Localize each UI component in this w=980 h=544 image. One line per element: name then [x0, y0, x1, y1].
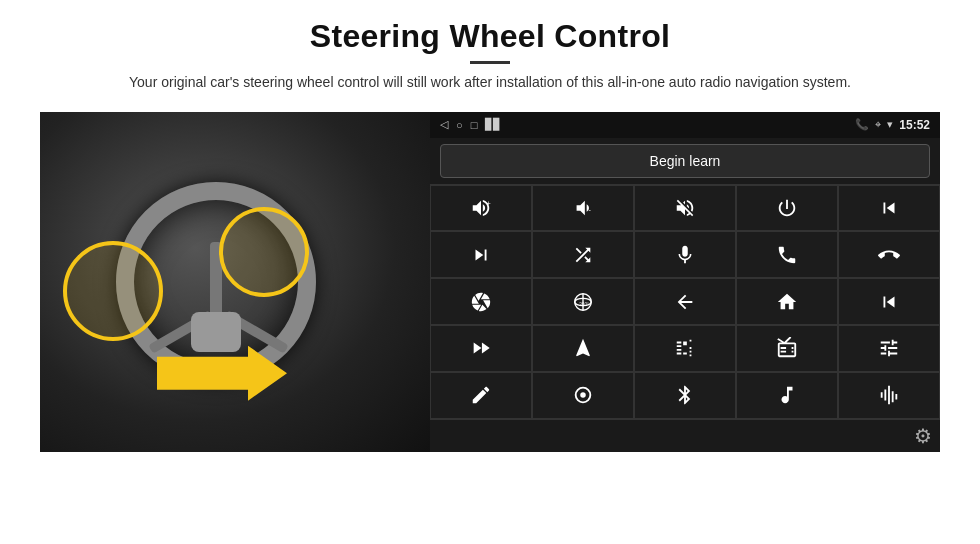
waveform-button[interactable] [838, 372, 940, 419]
back-arrow-icon [674, 291, 696, 313]
mic-button[interactable] [634, 231, 736, 278]
shuffle-icon [572, 244, 594, 266]
arrow-container [157, 346, 287, 401]
status-nav-icons: ◁ ○ □ ▊▊ [440, 118, 501, 131]
tune-button[interactable] [838, 325, 940, 372]
content-row: ◁ ○ □ ▊▊ 📞 ⌖ ▾ 15:52 Begin learn [40, 112, 940, 452]
vol-mute-icon [674, 197, 696, 219]
knob-button[interactable] [532, 372, 634, 419]
view-360-icon: 360° [572, 291, 594, 313]
android-screen: ◁ ○ □ ▊▊ 📞 ⌖ ▾ 15:52 Begin learn [430, 112, 940, 452]
radio-icon [776, 337, 798, 359]
direction-arrow [157, 346, 287, 401]
eq-icon [674, 337, 696, 359]
svg-text:-: - [589, 205, 592, 214]
bluetooth-icon [674, 384, 696, 406]
control-icons-grid: + - [430, 184, 940, 419]
nav-arrow-icon [572, 337, 594, 359]
begin-learn-bar: Begin learn [430, 138, 940, 184]
skip-back-icon [878, 291, 900, 313]
camera-button[interactable] [430, 278, 532, 325]
music-icon [776, 384, 798, 406]
vol-up-icon: + [470, 197, 492, 219]
svg-point-7 [580, 393, 586, 399]
vol-mute-button[interactable] [634, 185, 736, 232]
pen-icon [470, 384, 492, 406]
status-bar: ◁ ○ □ ▊▊ 📞 ⌖ ▾ 15:52 [430, 112, 940, 138]
recents-icon[interactable]: □ [471, 119, 478, 131]
camera-icon [470, 291, 492, 313]
music-button[interactable] [736, 372, 838, 419]
waveform-icon [878, 384, 900, 406]
skip-back-button[interactable] [838, 278, 940, 325]
page-wrapper: Steering Wheel Control Your original car… [0, 0, 980, 544]
fast-forward-icon [470, 337, 492, 359]
back-arrow-button[interactable] [634, 278, 736, 325]
highlight-circle-left [63, 241, 163, 341]
svg-text:360°: 360° [579, 301, 589, 306]
begin-learn-button[interactable]: Begin learn [440, 144, 930, 178]
page-title: Steering Wheel Control [129, 18, 851, 55]
view-360-button[interactable]: 360° [532, 278, 634, 325]
svg-text:+: + [487, 199, 491, 208]
bottom-bar: ⚙ [430, 419, 940, 452]
subtitle-text: Your original car's steering wheel contr… [129, 72, 851, 94]
signal-icon: ▊▊ [485, 118, 501, 131]
home-circle-icon[interactable]: ○ [456, 119, 463, 131]
highlight-circle-right [219, 207, 309, 297]
phone-status-icon: 📞 [855, 118, 869, 131]
shuffle-button[interactable] [532, 231, 634, 278]
home-button[interactable] [736, 278, 838, 325]
vol-down-button[interactable]: - [532, 185, 634, 232]
fast-forward-button[interactable] [430, 325, 532, 372]
phone-call-icon [776, 244, 798, 266]
radio-button[interactable] [736, 325, 838, 372]
next-track-icon [470, 244, 492, 266]
mic-icon [674, 244, 696, 266]
phone-call-button[interactable] [736, 231, 838, 278]
wifi-status-icon: ▾ [887, 118, 893, 131]
prev-track-button[interactable] [838, 185, 940, 232]
car-image-section [40, 112, 430, 452]
hang-up-button[interactable] [838, 231, 940, 278]
vol-down-icon: - [572, 197, 594, 219]
knob-icon [572, 384, 594, 406]
back-icon[interactable]: ◁ [440, 118, 448, 131]
car-background [40, 112, 430, 452]
location-status-icon: ⌖ [875, 118, 881, 131]
bluetooth-button[interactable] [634, 372, 736, 419]
status-right-icons: 📞 ⌖ ▾ 15:52 [855, 118, 930, 132]
clock-display: 15:52 [899, 118, 930, 132]
settings-icon[interactable]: ⚙ [914, 424, 932, 448]
pen-button[interactable] [430, 372, 532, 419]
hang-up-icon [878, 244, 900, 266]
power-button[interactable] [736, 185, 838, 232]
vol-up-button[interactable]: + [430, 185, 532, 232]
next-track-button[interactable] [430, 231, 532, 278]
eq-button[interactable] [634, 325, 736, 372]
tune-icon [878, 337, 900, 359]
prev-track-icon [878, 197, 900, 219]
power-icon [776, 197, 798, 219]
nav-arrow-button[interactable] [532, 325, 634, 372]
title-section: Steering Wheel Control Your original car… [129, 18, 851, 106]
title-divider [470, 61, 510, 64]
home-icon [776, 291, 798, 313]
